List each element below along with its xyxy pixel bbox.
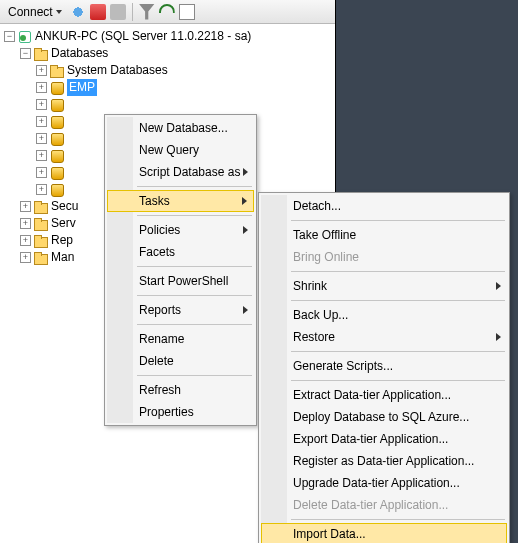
node-label: Secu xyxy=(51,198,78,215)
chevron-right-icon xyxy=(243,226,248,234)
menu-separator xyxy=(291,519,505,520)
menu-backup[interactable]: Back Up... xyxy=(261,304,507,326)
menu-label: Restore xyxy=(293,330,335,344)
databases-label: Databases xyxy=(51,45,108,62)
menu-upgrade-dta[interactable]: Upgrade Data-tier Application... xyxy=(261,472,507,494)
tree-databases-node[interactable]: − Databases xyxy=(4,45,335,62)
node-label: Man xyxy=(51,249,74,266)
menu-label: Delete Data-tier Application... xyxy=(293,498,448,512)
menu-label: Start PowerShell xyxy=(139,274,228,288)
menu-bring-online: Bring Online xyxy=(261,246,507,268)
menu-reports[interactable]: Reports xyxy=(107,299,254,321)
menu-export-dta[interactable]: Export Data-tier Application... xyxy=(261,428,507,450)
expand-icon[interactable]: + xyxy=(36,65,47,76)
menu-generate-scripts[interactable]: Generate Scripts... xyxy=(261,355,507,377)
expand-icon[interactable]: + xyxy=(36,167,47,178)
expand-icon[interactable]: + xyxy=(20,252,31,263)
menu-label: Tasks xyxy=(139,194,170,208)
connect-button[interactable]: Connect xyxy=(4,4,66,20)
node-label: Serv xyxy=(51,215,76,232)
menu-label: Back Up... xyxy=(293,308,348,322)
folder-icon xyxy=(33,199,49,215)
menu-separator xyxy=(291,351,505,352)
chevron-down-icon xyxy=(56,10,62,14)
menu-label: Deploy Database to SQL Azure... xyxy=(293,410,469,424)
expand-icon[interactable]: + xyxy=(36,184,47,195)
menu-register-dta[interactable]: Register as Data-tier Application... xyxy=(261,450,507,472)
node-label: Rep xyxy=(51,232,73,249)
menu-label: Delete xyxy=(139,354,174,368)
menu-label: Take Offline xyxy=(293,228,356,242)
menu-label: Script Database as xyxy=(139,165,240,179)
collapse-icon[interactable]: − xyxy=(20,48,31,59)
database-icon xyxy=(49,131,65,147)
menu-label: New Query xyxy=(139,143,199,157)
menu-start-powershell[interactable]: Start PowerShell xyxy=(107,270,254,292)
menu-label: Reports xyxy=(139,303,181,317)
menu-separator xyxy=(137,266,252,267)
expand-icon[interactable]: + xyxy=(20,235,31,246)
expand-icon[interactable]: + xyxy=(36,133,47,144)
database-icon xyxy=(49,182,65,198)
menu-shrink[interactable]: Shrink xyxy=(261,275,507,297)
menu-label: Bring Online xyxy=(293,250,359,264)
menu-restore[interactable]: Restore xyxy=(261,326,507,348)
refresh-icon[interactable] xyxy=(159,4,175,20)
menu-label: Extract Data-tier Application... xyxy=(293,388,451,402)
expand-icon[interactable]: + xyxy=(36,116,47,127)
menu-extract-dta[interactable]: Extract Data-tier Application... xyxy=(261,384,507,406)
menu-separator xyxy=(291,220,505,221)
toolbar-separator xyxy=(132,3,133,21)
menu-tasks[interactable]: Tasks xyxy=(107,190,254,212)
tree-db-node[interactable]: + xyxy=(4,96,335,113)
chevron-right-icon xyxy=(243,306,248,314)
menu-rename[interactable]: Rename xyxy=(107,328,254,350)
menu-new-query[interactable]: New Query xyxy=(107,139,254,161)
menu-label: Upgrade Data-tier Application... xyxy=(293,476,460,490)
menu-deploy-azure[interactable]: Deploy Database to SQL Azure... xyxy=(261,406,507,428)
expand-icon[interactable]: + xyxy=(36,150,47,161)
menu-separator xyxy=(137,295,252,296)
tree-db-selected[interactable]: + EMP xyxy=(4,79,335,96)
context-menu-tasks: Detach... Take Offline Bring Online Shri… xyxy=(258,192,510,543)
database-icon xyxy=(49,114,65,130)
menu-separator xyxy=(137,375,252,376)
menu-label: Refresh xyxy=(139,383,181,397)
expand-icon[interactable]: + xyxy=(36,99,47,110)
tree-sysdb-node[interactable]: + System Databases xyxy=(4,62,335,79)
expand-icon[interactable]: + xyxy=(36,82,47,93)
menu-script-database-as[interactable]: Script Database as xyxy=(107,161,254,183)
stop-icon[interactable] xyxy=(110,4,126,20)
disconnect-icon[interactable] xyxy=(90,4,106,20)
expand-icon[interactable]: + xyxy=(20,201,31,212)
menu-delete-dta: Delete Data-tier Application... xyxy=(261,494,507,516)
properties-icon[interactable] xyxy=(179,4,195,20)
menu-policies[interactable]: Policies xyxy=(107,219,254,241)
tree-server-node[interactable]: − ANKUR-PC (SQL Server 11.0.2218 - sa) xyxy=(4,28,335,45)
menu-separator xyxy=(291,271,505,272)
filter-icon[interactable] xyxy=(139,4,155,20)
menu-refresh[interactable]: Refresh xyxy=(107,379,254,401)
menu-detach[interactable]: Detach... xyxy=(261,195,507,217)
connect-label: Connect xyxy=(8,5,53,19)
menu-new-database[interactable]: New Database... xyxy=(107,117,254,139)
server-icon xyxy=(17,29,33,45)
menu-label: Export Data-tier Application... xyxy=(293,432,448,446)
database-icon xyxy=(49,80,65,96)
collapse-icon[interactable]: − xyxy=(4,31,15,42)
folder-icon xyxy=(33,233,49,249)
menu-import-data[interactable]: Import Data... xyxy=(261,523,507,543)
menu-label: Detach... xyxy=(293,199,341,213)
server-icon[interactable] xyxy=(70,4,86,20)
folder-icon xyxy=(33,250,49,266)
expand-icon[interactable]: + xyxy=(20,218,31,229)
menu-label: Register as Data-tier Application... xyxy=(293,454,474,468)
chevron-right-icon xyxy=(242,197,247,205)
menu-delete[interactable]: Delete xyxy=(107,350,254,372)
menu-label: New Database... xyxy=(139,121,228,135)
database-icon xyxy=(49,165,65,181)
menu-take-offline[interactable]: Take Offline xyxy=(261,224,507,246)
menu-separator xyxy=(291,300,505,301)
menu-facets[interactable]: Facets xyxy=(107,241,254,263)
menu-properties[interactable]: Properties xyxy=(107,401,254,423)
